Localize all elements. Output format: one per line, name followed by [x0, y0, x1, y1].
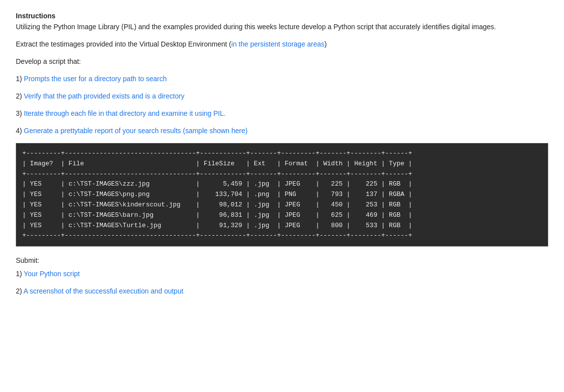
submit2-paragraph: 2) A screenshot of the successful execut… [16, 286, 548, 296]
terminal-output: +---------+-----------------------------… [16, 143, 548, 246]
step2-paragraph: 2) Verify that the path provided exists … [16, 91, 548, 101]
instructions-section: Instructions Utilizing the Python Image … [16, 12, 548, 296]
step3-paragraph: 3) Iterate through each file in that dir… [16, 108, 548, 119]
step1-paragraph: 1) Prompts the user for a directory path… [16, 74, 548, 84]
step2-link[interactable]: Verify that the path provided exists and… [24, 92, 185, 100]
submit1-link[interactable]: Your Python script [24, 270, 80, 278]
develop-paragraph: Develop a script that: [16, 56, 548, 67]
extract-paragraph: Extract the testimages provided into the… [16, 39, 548, 49]
instructions-title: Instructions [16, 12, 548, 20]
step4-paragraph: 4) Generate a prettytable report of your… [16, 126, 548, 136]
step1-link[interactable]: Prompts the user for a directory path to… [24, 75, 167, 83]
intro-paragraph: Utilizing the Python Image Library (PIL)… [16, 22, 548, 32]
step4-link[interactable]: Generate a prettytable report of your se… [24, 127, 247, 135]
submit1-paragraph: 1) Your Python script [16, 269, 548, 279]
step3-link[interactable]: Iterate through each file in that direct… [24, 109, 226, 117]
submit2-link[interactable]: A screenshot of the successful execution… [24, 287, 184, 295]
submit-label: Submit: [16, 255, 548, 266]
extract-link[interactable]: in the persistent storage areas [232, 40, 325, 48]
